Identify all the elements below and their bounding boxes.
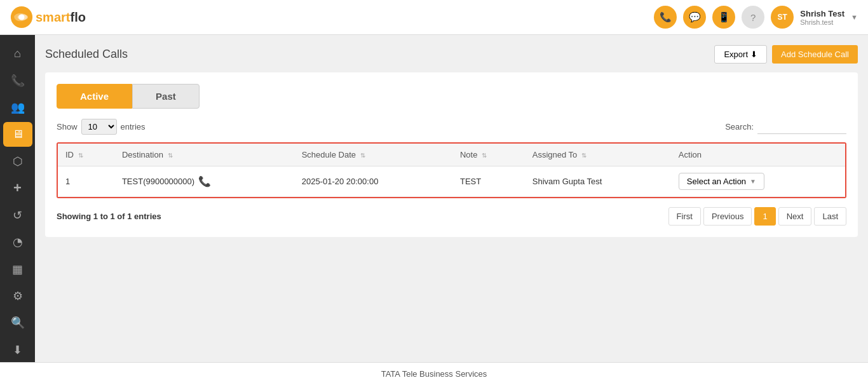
last-page-button[interactable]: Last: [814, 207, 846, 226]
cell-assigned-to: Shivam Gupta Test: [525, 166, 671, 197]
action-dropdown-icon: ▼: [750, 178, 756, 185]
sort-icon-assigned: ⇅: [581, 152, 587, 159]
footer: TATA Tele Business Services: [0, 362, 868, 385]
prev-page-button[interactable]: Previous: [703, 207, 752, 226]
sidebar-item-bar[interactable]: ▦: [3, 257, 32, 281]
sidebar-item-calls[interactable]: 📞: [3, 68, 32, 92]
help-header-btn[interactable]: ?: [742, 6, 764, 29]
main-card: Active Past Show 10 25 50 100 entries: [45, 72, 858, 237]
user-menu[interactable]: Shrish Test Shrish.test: [800, 9, 844, 26]
table-wrapper: ID ⇅ Destination ⇅ Schedule Date ⇅: [57, 142, 846, 198]
showing-range: 1 to 1 of 1: [93, 212, 132, 221]
export-icon: ⬇: [750, 50, 757, 59]
export-button[interactable]: Export ⬇: [714, 45, 767, 64]
export-label: Export: [724, 50, 748, 59]
pagination-row: Showing 1 to 1 of 1 entries First Previo…: [57, 207, 846, 226]
user-dropdown-icon[interactable]: ▼: [851, 13, 858, 21]
destination-call-icon: 📞: [198, 175, 211, 187]
pagination-info: Showing 1 to 1 of 1 entries: [57, 212, 161, 221]
cell-action: Select an Action ▼: [671, 166, 845, 197]
cell-id: 1: [58, 166, 114, 197]
showing-entries: entries: [134, 212, 161, 221]
cell-destination: TEST(9900000000) 📞: [114, 166, 294, 197]
cell-note: TEST: [452, 166, 525, 197]
show-entries-row: Show 10 25 50 100 entries Search:: [57, 119, 846, 135]
tab-active[interactable]: Active: [57, 84, 132, 109]
table-header-row: ID ⇅ Destination ⇅ Schedule Date ⇅: [58, 144, 845, 166]
col-assigned-to: Assigned To ⇅: [525, 144, 671, 166]
sidebar: ⌂ 📞 👥 🖥 ⬡ + ↺ ◔ ▦ ⚙ 🔍 ⬇: [0, 35, 35, 362]
col-note: Note ⇅: [452, 144, 525, 166]
first-page-button[interactable]: First: [668, 207, 701, 226]
search-area: Search:: [725, 120, 846, 134]
content-area: Scheduled Calls Export ⬇ Add Schedule Ca…: [35, 35, 868, 362]
action-select-button[interactable]: Select an Action ▼: [679, 173, 764, 190]
header-right: 📞 💬 📱 ? ST Shrish Test Shrish.test ▼: [654, 6, 858, 29]
page-actions: Export ⬇ Add Schedule Call: [714, 45, 858, 64]
logo-text: smartflo: [36, 10, 86, 25]
scheduled-calls-table: ID ⇅ Destination ⇅ Schedule Date ⇅: [58, 144, 845, 197]
add-schedule-button[interactable]: Add Schedule Call: [772, 45, 858, 64]
col-schedule-date: Schedule Date ⇅: [294, 144, 452, 166]
entries-label: entries: [121, 122, 146, 132]
action-label: Select an Action: [687, 177, 746, 186]
sidebar-item-refresh[interactable]: ↺: [3, 203, 32, 227]
sidebar-item-contacts[interactable]: 👥: [3, 95, 32, 119]
sms-header-btn[interactable]: 💬: [683, 6, 706, 29]
sort-icon-note: ⇅: [482, 152, 487, 159]
cell-schedule-date: 2025-01-20 20:00:00: [294, 166, 452, 197]
sidebar-item-download[interactable]: ⬇: [3, 338, 32, 362]
sidebar-item-chart[interactable]: ◔: [3, 230, 32, 254]
sidebar-item-search[interactable]: 🔍: [3, 311, 32, 335]
show-label: Show: [57, 122, 78, 132]
col-id: ID ⇅: [58, 144, 114, 166]
page-title: Scheduled Calls: [45, 48, 128, 61]
sidebar-item-monitor[interactable]: 🖥: [3, 122, 32, 146]
show-entries-left: Show 10 25 50 100 entries: [57, 119, 146, 135]
destination-text: TEST(9900000000): [122, 177, 194, 186]
tab-past[interactable]: Past: [132, 84, 200, 109]
page-header: Scheduled Calls Export ⬇ Add Schedule Ca…: [45, 45, 858, 64]
user-name: Shrish Test: [800, 9, 844, 18]
search-input[interactable]: [757, 120, 846, 134]
col-action: Action: [671, 144, 845, 166]
sort-icon-id: ⇅: [78, 152, 83, 159]
logo: smartflo: [10, 6, 86, 29]
call-header-btn[interactable]: 📱: [712, 6, 735, 29]
footer-text: TATA Tele Business Services: [381, 369, 487, 379]
sort-icon-date: ⇅: [360, 152, 365, 159]
table-row: 1 TEST(9900000000) 📞 2025-01-20 20:00:00…: [58, 166, 845, 197]
sort-icon-destination: ⇅: [168, 152, 173, 159]
svg-point-3: [19, 15, 25, 20]
entries-select[interactable]: 10 25 50 100: [81, 119, 117, 135]
showing-text: Showing: [57, 212, 91, 221]
pagination-buttons: First Previous 1 Next Last: [668, 207, 846, 226]
header: smartflo 📞 💬 📱 ? ST Shrish Test Shrish.t…: [0, 0, 868, 35]
user-sub: Shrish.test: [800, 18, 844, 26]
sidebar-item-home[interactable]: ⌂: [3, 41, 32, 65]
phone-header-btn[interactable]: 📞: [654, 6, 677, 29]
current-page-button[interactable]: 1: [754, 207, 775, 226]
user-avatar: ST: [771, 6, 794, 29]
tabs: Active Past: [57, 84, 846, 109]
main-layout: ⌂ 📞 👥 🖥 ⬡ + ↺ ◔ ▦ ⚙ 🔍 ⬇ Scheduled Calls …: [0, 35, 868, 362]
destination-cell: TEST(9900000000) 📞: [122, 175, 287, 187]
search-label: Search:: [725, 122, 754, 132]
next-page-button[interactable]: Next: [778, 207, 812, 226]
sidebar-item-network[interactable]: ⬡: [3, 149, 32, 173]
sidebar-item-gear[interactable]: ⚙: [3, 284, 32, 308]
col-destination: Destination ⇅: [114, 144, 294, 166]
logo-icon: [10, 6, 33, 29]
sidebar-item-add[interactable]: +: [3, 176, 32, 200]
